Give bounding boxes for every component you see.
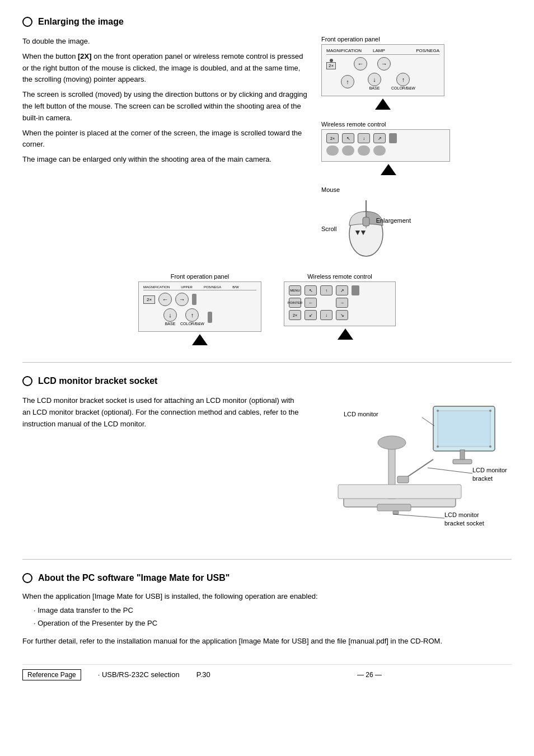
svg-text:LCD monitor: LCD monitor xyxy=(444,511,479,518)
rbtn-menu[interactable]: MENU xyxy=(289,285,301,295)
remote-oval-1 xyxy=(326,145,339,156)
remote-side-2 xyxy=(352,285,359,295)
panel-row-2: ↑ ↓ BASE ↑ COLOR/B&W xyxy=(326,73,439,90)
remote-row-2c: 2× ↙ ↓ ↘ xyxy=(289,310,391,320)
wireless-remote-diagram-2: Wireless remote control MENU ↖ ↑ ↗ POINT… xyxy=(284,273,396,345)
remote-side-bar xyxy=(389,133,397,143)
svg-text:LCD monitor: LCD monitor xyxy=(344,411,378,417)
colorbw-label-2: COLOR/B&W xyxy=(180,322,204,326)
svg-rect-21 xyxy=(397,476,409,483)
front-panel-diagram-1: Front operation panel MAGNIFICATION LAMP… xyxy=(321,36,444,110)
wireless-remote-diagram-1: Wireless remote control 2× ↖ ↓ ↗ xyxy=(321,121,450,175)
rbtn-2x[interactable]: 2× xyxy=(326,133,339,143)
svg-rect-10 xyxy=(377,504,411,511)
enlarging-section: Enlarging the image To double the image.… xyxy=(22,17,512,345)
mouse-container: Scroll ▼ ▼ xyxy=(321,195,411,262)
lcd-section: LCD monitor bracket socket The LCD monit… xyxy=(22,376,512,542)
wireless-label-2: Wireless remote control xyxy=(307,273,372,280)
panel-box-2: MAGNIFICATION UPPER POS/NEGA B/W 2× ← → … xyxy=(138,281,261,332)
para-1: To double the image. xyxy=(22,36,310,48)
mouse-label: Mouse xyxy=(321,186,340,193)
rbtn-ur[interactable]: ↗ xyxy=(373,133,386,143)
arrow-indicator-1 xyxy=(375,98,391,110)
remote-box-2: MENU ↖ ↑ ↗ POINTER ← → 2× ↙ ↓ ↘ xyxy=(284,281,396,326)
remote-box-1: 2× ↖ ↓ ↗ xyxy=(321,129,450,162)
btn-right-2[interactable]: → xyxy=(175,293,189,306)
remote-oval-3 xyxy=(358,145,370,156)
software-section: About the PC software "Image Mate for US… xyxy=(22,573,512,647)
enlarging-content: To double the image. When the button [2X… xyxy=(22,36,512,262)
btn-2x-2[interactable]: 2× xyxy=(143,295,155,304)
svg-rect-11 xyxy=(393,511,399,514)
base-label-2: BASE xyxy=(165,322,176,326)
lcd-para-1: The LCD monitor bracket socket is used f… xyxy=(22,395,299,430)
svg-text:▼: ▼ xyxy=(359,228,367,237)
rbtn-ur2[interactable]: ↗ xyxy=(336,285,348,295)
btn-down-2[interactable]: ↓ xyxy=(163,308,177,322)
front-panel-diagram-2: Front operation panel MAGNIFICATION UPPE… xyxy=(138,273,261,345)
para-2: When the button [2X] on the front operat… xyxy=(22,51,310,86)
svg-point-8 xyxy=(378,436,406,449)
base-label: BASE xyxy=(369,86,380,90)
wireless-label-1: Wireless remote control xyxy=(321,121,450,128)
svg-point-19 xyxy=(489,445,491,448)
rbtn-ul[interactable]: ↖ xyxy=(342,133,354,143)
rbtn-up2[interactable]: ↑ xyxy=(320,285,332,295)
ref-page-text: Reference Page xyxy=(27,671,76,679)
svg-point-17 xyxy=(489,410,491,412)
btn-colorbw[interactable]: ↑ xyxy=(396,73,410,86)
svg-text:bracket socket: bracket socket xyxy=(444,520,484,527)
rbtn-ul2[interactable]: ↖ xyxy=(305,285,317,295)
rbtn-left2[interactable]: ← xyxy=(305,298,317,308)
btn-2x[interactable]: 2× xyxy=(326,62,336,69)
rbtn-right2[interactable]: → xyxy=(336,298,348,308)
bullet-1: Image data transfer to the PC xyxy=(34,604,512,617)
btn-arrow-up[interactable]: ↑ xyxy=(341,75,354,88)
remote-row-2 xyxy=(326,145,445,156)
rbtn-down[interactable]: ↓ xyxy=(358,133,370,143)
rbtn-dr2[interactable]: ↘ xyxy=(336,310,348,320)
panel-row-1: 2× ← → xyxy=(326,57,439,71)
svg-line-27 xyxy=(393,514,444,518)
lcd-title: LCD monitor bracket socket xyxy=(22,376,512,386)
circle-bullet-icon-3 xyxy=(22,573,32,583)
panel-row-2a: 2× ← → xyxy=(143,293,256,306)
software-footer-text: For further detail, refer to the install… xyxy=(22,636,512,647)
btn-left-2[interactable]: ← xyxy=(158,293,172,306)
remote-row-1: 2× ↖ ↓ ↗ xyxy=(326,133,445,143)
panel-row-2b: ↓ BASE ↑ COLOR/B&W xyxy=(143,308,256,326)
side-btn-1 xyxy=(192,294,196,305)
svg-line-20 xyxy=(404,459,433,479)
rbtn-2x2[interactable]: 2× xyxy=(289,310,301,320)
divider-2 xyxy=(22,559,512,560)
enlarging-title: Enlarging the image xyxy=(22,17,512,27)
software-bullets: Image data transfer to the PC Operation … xyxy=(22,604,512,630)
button-label: [2X] xyxy=(78,52,92,60)
spacer-r xyxy=(320,298,332,308)
btn-up-2[interactable]: ↑ xyxy=(185,308,199,322)
btn-posnega[interactable]: → xyxy=(377,57,391,71)
enlarging-diagrams: Front operation panel MAGNIFICATION LAMP… xyxy=(321,36,512,262)
rbtn-down2[interactable]: ↓ xyxy=(320,310,332,320)
arrow-indicator-4 xyxy=(338,328,353,340)
lcd-text-col: The LCD monitor bracket socket is used f… xyxy=(22,395,299,542)
ref-page-box[interactable]: Reference Page xyxy=(22,669,81,680)
btn-upper[interactable]: ← xyxy=(354,57,367,71)
svg-point-16 xyxy=(437,410,439,412)
enlarging-text: To double the image. When the button [2X… xyxy=(22,36,310,262)
rbtn-pointer[interactable]: POINTER xyxy=(289,298,301,308)
panel-header-2: MAGNIFICATION UPPER POS/NEGA B/W xyxy=(143,285,256,290)
btn-base[interactable]: ↓ xyxy=(368,73,381,86)
mouse-svg: ▼ ▼ xyxy=(338,195,394,262)
circle-bullet-icon xyxy=(22,17,32,27)
para-5: The image can be enlarged only within th… xyxy=(22,154,310,166)
rbtn-dl2[interactable]: ↙ xyxy=(305,310,317,320)
lcd-content: The LCD monitor bracket socket is used f… xyxy=(22,395,512,542)
page-footer: Reference Page · USB/RS-232C selection P… xyxy=(22,664,512,680)
panel-header: MAGNIFICATION LAMP POS/NEGA xyxy=(326,48,439,55)
svg-text:LCD monitor: LCD monitor xyxy=(472,467,507,473)
svg-text:bracket: bracket xyxy=(472,475,493,482)
lcd-title-text: LCD monitor bracket socket xyxy=(38,376,157,386)
svg-rect-15 xyxy=(438,411,490,447)
front-panel-label-1: Front operation panel xyxy=(321,36,444,43)
